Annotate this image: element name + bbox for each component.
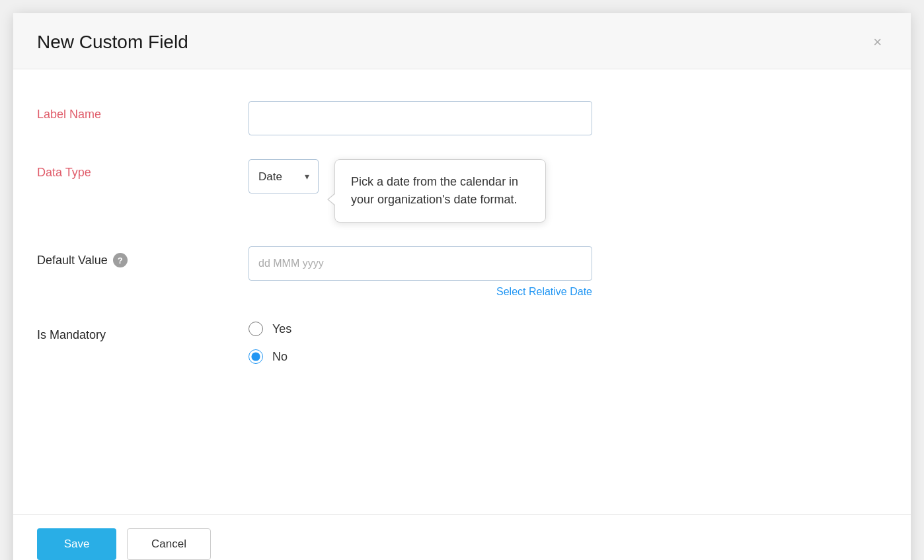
default-value-placeholder-text: dd MMM yyyy xyxy=(258,258,324,269)
tooltip-text: Pick a date from the calendar in your or… xyxy=(351,175,518,206)
radio-no-label: No xyxy=(272,350,288,364)
label-name-control xyxy=(249,101,592,135)
modal-body: Label Name Data Type Date Text Number Ch… xyxy=(13,69,911,514)
data-type-control: Date Text Number Checkbox ▾ xyxy=(249,159,319,193)
radio-no-input[interactable] xyxy=(249,349,263,364)
select-relative-date-button[interactable]: Select Relative Date xyxy=(249,286,592,298)
default-value-row: Default Value ? dd MMM yyyy Select Relat… xyxy=(37,246,887,298)
data-type-row: Data Type Date Text Number Checkbox ▾ xyxy=(37,159,887,223)
save-button[interactable]: Save xyxy=(37,528,116,560)
help-icon[interactable]: ? xyxy=(113,253,128,267)
tooltip-container: Pick a date from the calendar in your or… xyxy=(334,159,546,223)
default-value-label: Default Value xyxy=(37,254,108,267)
default-value-input-display: dd MMM yyyy xyxy=(249,246,592,281)
data-type-controls-and-tooltip: Date Text Number Checkbox ▾ Pick a date … xyxy=(249,159,546,223)
default-value-label-wrap: Default Value ? xyxy=(37,246,249,267)
default-value-control: dd MMM yyyy Select Relative Date xyxy=(249,246,592,298)
radio-option-no[interactable]: No xyxy=(249,349,592,364)
is-mandatory-control: Yes No xyxy=(249,322,592,364)
radio-yes-input[interactable] xyxy=(249,322,263,336)
tooltip-box: Pick a date from the calendar in your or… xyxy=(334,159,546,223)
label-name-label: Label Name xyxy=(37,101,249,122)
cancel-button[interactable]: Cancel xyxy=(127,528,211,560)
label-name-input[interactable] xyxy=(249,101,592,135)
modal-title: New Custom Field xyxy=(37,32,188,53)
new-custom-field-modal: New Custom Field × Label Name Data Type … xyxy=(13,13,911,560)
data-type-select[interactable]: Date Text Number Checkbox xyxy=(249,159,319,193)
modal-header: New Custom Field × xyxy=(13,13,911,69)
data-type-label: Data Type xyxy=(37,159,249,180)
modal-footer: Save Cancel xyxy=(13,514,911,560)
is-mandatory-label: Is Mandatory xyxy=(37,322,249,342)
label-name-row: Label Name xyxy=(37,101,887,135)
radio-yes-label: Yes xyxy=(272,322,291,336)
data-type-select-wrap: Date Text Number Checkbox ▾ xyxy=(249,159,319,193)
close-button[interactable]: × xyxy=(868,32,887,52)
radio-option-yes[interactable]: Yes xyxy=(249,322,592,336)
is-mandatory-radio-group: Yes No xyxy=(249,322,592,364)
is-mandatory-row: Is Mandatory Yes No xyxy=(37,322,887,364)
